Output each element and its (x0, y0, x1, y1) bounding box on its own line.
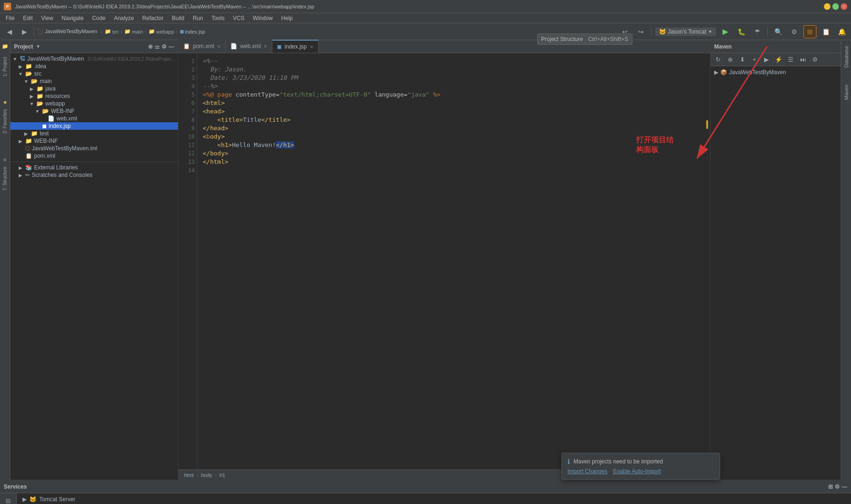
menu-view[interactable]: View (37, 14, 57, 22)
breadcrumb-html[interactable]: html (184, 472, 194, 478)
search-everywhere-button[interactable]: 🔍 (772, 25, 785, 38)
tree-webinf[interactable]: ▼ 📂 WEB-INF (10, 107, 178, 115)
panel-equalizer-icon[interactable]: ⚌ (155, 43, 160, 50)
right-tab-database[interactable]: Database (842, 42, 851, 71)
menu-refactor[interactable]: Refactor (139, 14, 167, 22)
menu-window[interactable]: Window (249, 14, 277, 22)
menu-code[interactable]: Code (88, 14, 109, 22)
debug-button[interactable]: 🐛 (735, 25, 748, 38)
tree-idea[interactable]: ▶ 📁 .idea (10, 63, 178, 70)
tab-pomxml[interactable]: 📋 pom.xml ✕ (178, 40, 226, 53)
maven-run-icon[interactable]: ▶ (761, 55, 772, 65)
expand-src-icon: ▼ (18, 71, 23, 77)
services-expand-icon[interactable]: ⊞ (828, 483, 833, 490)
folder-webinf-top-icon: 📁 (25, 138, 32, 144)
menu-edit[interactable]: Edit (19, 14, 36, 22)
tree-webxml-label: web.xml (57, 115, 77, 122)
maximize-button[interactable]: □ (832, 3, 839, 10)
menu-bar: File Edit View Navigate Code Analyze Ref… (0, 13, 851, 23)
project-structure-button[interactable]: ⊞ (803, 25, 816, 38)
maven-settings-icon[interactable]: ⚙ (809, 55, 821, 65)
tree-root[interactable]: ▼ 🏗 JavaWebTestByMaven S:\Soft\IntelliJ … (10, 55, 178, 63)
window-controls: – □ ✕ (824, 3, 847, 10)
tree-java[interactable]: ▶ 📁 java (10, 85, 178, 92)
menu-help[interactable]: Help (277, 14, 297, 22)
run-button[interactable]: ▶ (719, 25, 732, 38)
maven-toolbar: ↻ ⊕ ⬇ + ▶ ⚡ ☰ ⏭ ⚙ (710, 53, 841, 66)
menu-analyze[interactable]: Analyze (110, 14, 138, 22)
forward-button[interactable]: ▶ (18, 25, 31, 38)
settings-button[interactable]: ⚙ (787, 25, 801, 38)
tree-webxml[interactable]: 📄 web.xml (10, 115, 178, 122)
close-button[interactable]: ✕ (841, 3, 847, 10)
maven-project-item[interactable]: ▶ 📦 JavaWebTestByMaven (712, 68, 839, 77)
breadcrumb-body[interactable]: body (201, 472, 212, 478)
maven-toggle-icon[interactable]: ☰ (785, 55, 796, 65)
file-pomxml-icon: 📋 (25, 153, 32, 159)
right-tab-maven[interactable]: Maven (842, 81, 851, 104)
tree-pomxml[interactable]: 📋 pom.xml (10, 152, 178, 160)
tree-main[interactable]: ▼ 📂 main (10, 77, 178, 85)
breadcrumb-file: ◼ index.jsp (180, 28, 205, 35)
maven-run-debug-icon[interactable]: ⚡ (773, 55, 784, 65)
close-pomxml-icon[interactable]: ✕ (217, 44, 220, 49)
extlib-icon: 📚 (25, 164, 32, 171)
tree-external-libs[interactable]: ▶ 📚 External Libraries (10, 164, 178, 171)
tree-webinf-top[interactable]: ▶ 📁 WEB-INF (10, 137, 178, 145)
sidebar-structure-icon[interactable]: ≡ (1, 155, 9, 164)
breadcrumb-h1[interactable]: h1 (220, 472, 225, 478)
services-minimize-icon[interactable]: — (842, 483, 847, 490)
tab-indexjsp[interactable]: ◼ index.jsp ✕ (272, 40, 318, 53)
menu-navigate[interactable]: Navigate (58, 14, 87, 22)
tree-webinf-label: WEB-INF (51, 108, 75, 114)
tree-iml[interactable]: ⬡ JavaWebTestByMaven.iml (10, 145, 178, 152)
tree-scratches[interactable]: ▶ ✏ Scratches and Consoles (10, 171, 178, 179)
sidebar-favorites-label[interactable]: 2: Favorites (1, 107, 8, 135)
menu-file[interactable]: File (2, 14, 18, 22)
maven-add-icon[interactable]: ⊕ (724, 55, 736, 65)
panel-minimize-icon[interactable]: — (169, 43, 174, 50)
service-tomcat-item[interactable]: ▶ 🐱 Tomcat Server (21, 495, 434, 504)
toolbar-extra-2[interactable]: 🔔 (835, 25, 848, 38)
tree-test[interactable]: ▶ 📁 test (10, 130, 178, 137)
close-indexjsp-icon[interactable]: ✕ (310, 44, 313, 49)
code-editor[interactable]: <%-- By: Jason. Date: 3/23/2020 11:10 PM… (197, 53, 710, 469)
back-button[interactable]: ◀ (3, 25, 16, 38)
toolbar-extra-1[interactable]: 📋 (819, 25, 832, 38)
tab-webxml[interactable]: 📄 web.xml ✕ (226, 40, 272, 53)
menu-run[interactable]: Run (189, 14, 207, 22)
menu-build[interactable]: Build (168, 14, 188, 22)
sidebar-project-icon[interactable]: 📁 (1, 42, 9, 50)
sidebar-favorites-icon[interactable]: ★ (1, 98, 9, 106)
tree-iml-label: JavaWebTestByMaven.iml (32, 145, 98, 152)
maven-skip-icon[interactable]: ⏭ (797, 55, 808, 65)
import-changes-link[interactable]: Import Changes (567, 468, 607, 475)
tree-resources-label: resources (45, 93, 70, 99)
redo-button[interactable]: ↪ (634, 25, 647, 38)
run-config-dropdown[interactable]: 🐱 Jason's Tomcat ▼ (655, 28, 716, 36)
sidebar-project-label[interactable]: 1: Project (1, 55, 8, 78)
minimize-button[interactable]: – (824, 3, 830, 10)
coverage-button[interactable]: ☂ (751, 25, 764, 38)
maven-download-icon[interactable]: ⬇ (737, 55, 748, 65)
maven-refresh-icon[interactable]: ↻ (712, 55, 723, 65)
sidebar-structure-label[interactable]: 7: Structure (1, 165, 8, 193)
menu-vcs[interactable]: VCS (229, 14, 248, 22)
enable-auto-import-link[interactable]: Enable Auto-Import (613, 468, 661, 475)
maven-plus-icon[interactable]: + (749, 55, 760, 65)
services-settings-icon[interactable]: ⚙ (835, 483, 840, 490)
editor-content: 1234 5678 9101112 1314 <%-- By: Jason. D… (178, 53, 710, 469)
tree-resources[interactable]: ▶ 📁 resources (10, 92, 178, 100)
tree-src[interactable]: ▼ 📂 src (10, 70, 178, 77)
svc-collapse-all-icon[interactable]: ⊟ (2, 495, 15, 504)
close-webxml-icon[interactable]: ✕ (263, 44, 267, 49)
panel-settings-icon[interactable]: ⚙ (162, 43, 167, 50)
tree-webapp[interactable]: ▼ 📂 webapp (10, 100, 178, 107)
title-bar: P JavaWebTestByMaven – S:\Soft\IntelliJ … (0, 0, 851, 13)
tree-pomxml-label: pom.xml (34, 153, 55, 159)
menu-tools[interactable]: Tools (208, 14, 228, 22)
webxml-icon: 📄 (230, 43, 237, 49)
panel-gear-icon[interactable]: ⊕ (148, 43, 153, 50)
tree-indexjsp[interactable]: ◼ index.jsp (10, 122, 178, 130)
services-title: Services (4, 483, 27, 490)
